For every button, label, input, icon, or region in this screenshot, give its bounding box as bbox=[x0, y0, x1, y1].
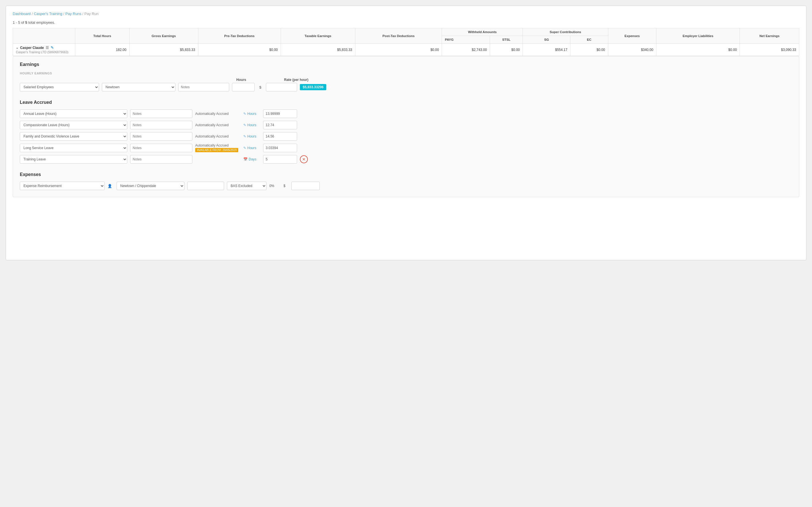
th-super-group: Super Contributions bbox=[523, 28, 608, 36]
employee-table: Total Hours Gross Earnings Pre-Tax Deduc… bbox=[13, 28, 799, 56]
leave-unit-input-col bbox=[263, 155, 297, 164]
leave-notes-input-4[interactable] bbox=[130, 155, 192, 164]
expense-date-input[interactable]: (8/12/2020) bbox=[187, 182, 224, 190]
leave-unit-input-3[interactable] bbox=[263, 144, 297, 152]
leave-accrued-col: Automatically AccruedAVAILABLE FROM: 20/… bbox=[195, 144, 240, 152]
earnings-rate-input[interactable]: 32.05128 bbox=[266, 83, 297, 92]
cell-expenses: $340.00 bbox=[608, 44, 656, 56]
leave-row: Training Leave 📅 Days ✕ bbox=[20, 155, 792, 164]
leave-unit-input-col bbox=[263, 110, 297, 118]
earnings-dollar-sign: $ bbox=[257, 85, 263, 90]
leave-type-select-2[interactable]: Family and Domestic Violence Leave bbox=[20, 132, 127, 140]
leave-accrued-col: Automatically Accrued bbox=[195, 123, 240, 127]
leave-notes-input-1[interactable] bbox=[130, 121, 192, 129]
cell-stsl: $0.00 bbox=[490, 44, 523, 56]
cell-pre-tax: $0.00 bbox=[198, 44, 281, 56]
earnings-total-badge: $5,833.33296 bbox=[300, 84, 326, 90]
th-payg: PAYG bbox=[442, 36, 490, 44]
expense-type-col: Expense Reimbursement bbox=[20, 182, 105, 190]
leave-type-select-1[interactable]: Compassionate Leave (Hours) bbox=[20, 121, 127, 129]
leave-notes-input-2[interactable] bbox=[130, 132, 192, 140]
leave-unit-input-1[interactable] bbox=[263, 121, 297, 129]
edit-icon[interactable]: ✎ bbox=[51, 46, 54, 50]
expenses-title: Expenses bbox=[20, 172, 792, 177]
leave-unit-input-2[interactable] bbox=[263, 132, 297, 140]
leave-type-col: Training Leave bbox=[20, 155, 127, 164]
th-total-hours: Total Hours bbox=[75, 28, 130, 44]
cell-employer-liabilities: $0.00 bbox=[656, 44, 740, 56]
leave-type-select-4[interactable]: Training Leave bbox=[20, 155, 127, 164]
expense-amount-col: 340.00 bbox=[291, 182, 320, 190]
employee-name: Casper Claude bbox=[20, 46, 44, 50]
earnings-notes-input[interactable] bbox=[178, 83, 229, 92]
leave-unit-input-col bbox=[263, 121, 297, 129]
expense-bas-select[interactable]: BAS Excluded bbox=[227, 182, 267, 190]
earnings-location-col: Newtown bbox=[102, 83, 175, 92]
earnings-location-select[interactable]: Newtown bbox=[102, 83, 175, 92]
leave-notes-col bbox=[130, 121, 192, 129]
breadcrumb-training[interactable]: Casper's Training bbox=[34, 12, 62, 16]
leave-type-select-0[interactable]: Annual Leave (Hours) bbox=[20, 110, 127, 118]
leave-unit-input-col bbox=[263, 132, 297, 140]
leave-section-title: Leave Accrued bbox=[20, 100, 792, 105]
leave-unit-input-4[interactable] bbox=[263, 155, 297, 164]
leave-type-select-3[interactable]: Long Service Leave bbox=[20, 144, 127, 152]
rate-col-header: Rate (per hour) bbox=[275, 78, 308, 82]
available-badge: AVAILABLE FROM: 20/05/2029 bbox=[195, 148, 238, 152]
th-expenses: Expenses bbox=[608, 28, 656, 44]
earnings-hours-input[interactable]: 182 bbox=[232, 83, 255, 92]
expense-location-select[interactable]: Newtown / Chippendale bbox=[117, 182, 184, 190]
leave-accrued-col: Automatically Accrued bbox=[195, 112, 240, 116]
earnings-subsection: Earnings HOURLY EARNINGS Hours Rate (per… bbox=[20, 62, 792, 92]
pencil-icon: ✎ bbox=[243, 134, 246, 138]
leave-row: Compassionate Leave (Hours) Automaticall… bbox=[20, 121, 792, 129]
leave-notes-input-3[interactable] bbox=[130, 144, 192, 152]
cell-net-earnings: $3,090.33 bbox=[740, 44, 799, 56]
leave-unit-input-col bbox=[263, 144, 297, 152]
hours-col-header: Hours bbox=[232, 78, 246, 82]
pencil-icon: ✎ bbox=[243, 112, 246, 116]
th-withheld-group: Withheld Amounts bbox=[442, 28, 523, 36]
table-row: ⌄ Casper Claude ☰ ✎ Casper's Training LT… bbox=[13, 44, 799, 56]
expense-location-col: Newtown / Chippendale bbox=[117, 182, 184, 190]
calendar-icon: 📅 bbox=[243, 157, 247, 161]
earnings-section: Earnings HOURLY EARNINGS Hours Rate (per… bbox=[13, 56, 799, 197]
leave-unit-label-2: ✎ Hours bbox=[243, 134, 260, 138]
list-icon[interactable]: ☰ bbox=[46, 46, 49, 50]
leave-unit-input-0[interactable] bbox=[263, 110, 297, 118]
earnings-type-select[interactable]: Salaried Employees bbox=[20, 83, 99, 92]
summary-text: 1 - 5 of 5 total employees. bbox=[13, 20, 799, 24]
leave-notes-input-0[interactable] bbox=[130, 110, 192, 118]
leave-unit-label-1: ✎ Hours bbox=[243, 123, 260, 127]
earnings-title: Earnings bbox=[20, 62, 792, 67]
row-chevron[interactable]: ⌄ bbox=[16, 46, 18, 50]
earnings-row: Salaried Employees Newtown 182 $ 32.0512… bbox=[20, 83, 792, 92]
leave-accrued-col: Automatically Accrued bbox=[195, 134, 240, 138]
leave-unit-label-3: ✎ Hours bbox=[243, 146, 260, 150]
earnings-notes-col bbox=[178, 83, 229, 92]
expense-dollar: $ bbox=[284, 184, 289, 188]
breadcrumb-pay-runs[interactable]: Pay Runs bbox=[65, 12, 81, 16]
leave-unit-label-4: 📅 Days bbox=[243, 157, 260, 161]
cell-post-tax: $0.00 bbox=[355, 44, 442, 56]
earnings-rate-col: 32.05128 bbox=[266, 83, 297, 92]
leave-type-col: Long Service Leave bbox=[20, 144, 127, 152]
leave-rows-container: Annual Leave (Hours) Automatically Accru… bbox=[20, 110, 792, 164]
employee-sub: Casper's Training LTD (58606879663) bbox=[16, 50, 72, 54]
breadcrumb-dashboard[interactable]: Dashboard bbox=[13, 12, 31, 16]
expense-amount-input[interactable]: 340.00 bbox=[291, 182, 320, 190]
th-ec: EC bbox=[570, 36, 608, 44]
th-sg: SG bbox=[523, 36, 570, 44]
leave-row: Annual Leave (Hours) Automatically Accru… bbox=[20, 110, 792, 118]
delete-leave-button[interactable]: ✕ bbox=[300, 155, 308, 163]
earnings-total-col: $5,833.33296 bbox=[300, 84, 334, 90]
hourly-earnings-label: HOURLY EARNINGS bbox=[20, 71, 792, 75]
th-stsl: STSL bbox=[490, 36, 523, 44]
th-pre-tax: Pre-Tax Deductions bbox=[198, 28, 281, 44]
cell-sg: $554.17 bbox=[523, 44, 570, 56]
th-name bbox=[13, 28, 75, 44]
cell-total-hours: 182.00 bbox=[75, 44, 130, 56]
th-post-tax: Post-Tax Deductions bbox=[355, 28, 442, 44]
expense-date-col: (8/12/2020) bbox=[187, 182, 224, 190]
expense-type-select[interactable]: Expense Reimbursement bbox=[20, 182, 105, 190]
